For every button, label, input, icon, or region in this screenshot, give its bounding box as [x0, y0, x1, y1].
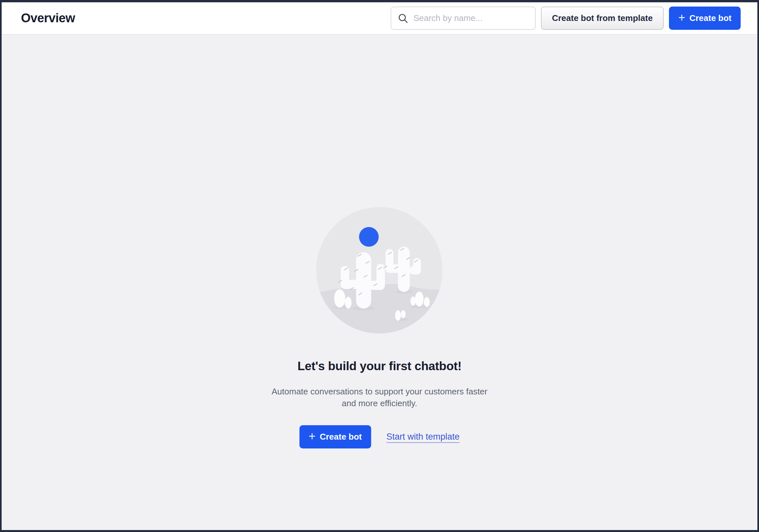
- plus-icon: +: [308, 430, 315, 442]
- sun: [359, 227, 379, 247]
- create-bot-from-template-button[interactable]: Create bot from template: [541, 7, 664, 30]
- search-input[interactable]: [414, 13, 529, 23]
- search-box[interactable]: [391, 7, 536, 30]
- empty-state-subtitle: Automate conversations to support your c…: [272, 386, 488, 409]
- plus-icon: +: [678, 12, 685, 23]
- create-bot-button-empty-state[interactable]: + Create bot: [299, 425, 371, 448]
- top-header: Overview Create bot from template + Crea…: [2, 2, 757, 35]
- create-bot-button[interactable]: + Create bot: [669, 7, 741, 30]
- start-with-template-link[interactable]: Start with template: [386, 432, 460, 442]
- create-bot-button-label: Create bot: [320, 432, 362, 442]
- header-actions: Create bot from template + Create bot: [391, 7, 741, 30]
- search-icon: [398, 13, 408, 23]
- app-window: Overview Create bot from template + Crea…: [2, 2, 757, 530]
- create-bot-button-label: Create bot: [689, 13, 732, 23]
- empty-state-heading: Let's build your first chatbot!: [297, 358, 461, 374]
- page-title: Overview: [21, 11, 75, 25]
- ground-hill: [316, 284, 443, 334]
- empty-state-illustration: [316, 207, 443, 334]
- main-content: Let's build your first chatbot! Automate…: [2, 35, 757, 530]
- subtitle-line-1: Automate conversations to support your c…: [272, 386, 488, 397]
- empty-state: Let's build your first chatbot! Automate…: [272, 207, 488, 448]
- empty-state-actions: + Create bot Start with template: [299, 425, 459, 448]
- subtitle-line-2: and more efficiently.: [272, 397, 488, 409]
